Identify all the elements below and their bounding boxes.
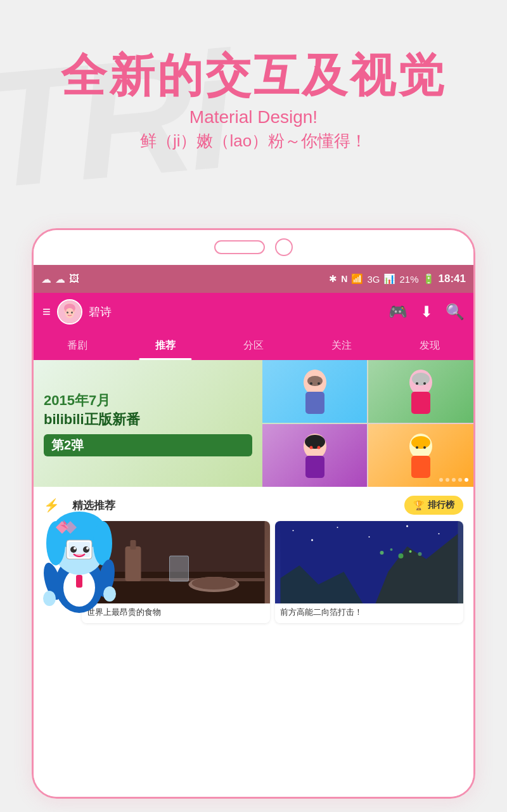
tab-fanshow[interactable]: 番剧 [34, 332, 122, 360]
signal-bars: 📊 [383, 273, 395, 285]
tab-discover[interactable]: 发现 [385, 332, 473, 360]
image-icon: 🖼 [69, 273, 79, 285]
svg-point-65 [380, 551, 384, 555]
ranking-button[interactable]: 🏆 排行榜 [404, 496, 463, 515]
banner-thumb-3 [262, 424, 368, 487]
user-name: 碧诗 [89, 304, 382, 319]
svg-point-21 [309, 446, 312, 449]
svg-point-3 [65, 308, 74, 318]
video-thumb-2 [275, 521, 463, 603]
hamburger-icon[interactable]: ≡ [42, 304, 51, 320]
banner-right [262, 360, 473, 487]
svg-point-12 [318, 382, 320, 385]
subtitle-cn: 鲜（ji）嫩（lao）粉～你懂得！ [0, 130, 507, 152]
svg-point-58 [311, 539, 313, 541]
battery-icon: 🔋 [423, 273, 435, 285]
phone-mockup: ☁ ☁ 🖼 ✱ N 📶 3G 📊 21% 🔋 18:41 ≡ [32, 228, 475, 799]
avatar[interactable] [57, 299, 82, 325]
phone-home-bar [214, 240, 265, 254]
svg-point-62 [439, 533, 440, 534]
svg-point-10 [307, 376, 323, 386]
video-title-2: 前方高能二向箔打击！ [275, 603, 463, 623]
ranking-label: 排行榜 [428, 499, 454, 511]
banner-thumb-2 [368, 360, 473, 423]
subtitle-en: Material Design! [0, 107, 507, 127]
svg-point-34 [93, 521, 112, 565]
svg-rect-19 [305, 456, 324, 478]
svg-point-4 [67, 312, 68, 314]
weather-icon-1: ☁ [41, 273, 51, 285]
tab-recommend[interactable]: 推荐 [122, 332, 210, 360]
svg-point-25 [411, 436, 430, 449]
svg-point-11 [310, 382, 312, 385]
svg-point-59 [337, 527, 338, 528]
dot-3 [452, 478, 456, 482]
ranking-icon: 🏆 [413, 500, 424, 510]
wifi-icon: 📶 [351, 273, 363, 285]
svg-point-45 [43, 591, 56, 606]
phone-top-bar [34, 230, 473, 265]
svg-point-26 [416, 446, 418, 449]
svg-point-46 [103, 586, 116, 602]
svg-point-68 [409, 550, 412, 553]
dot-1 [439, 478, 443, 482]
mascot [34, 487, 135, 622]
svg-point-69 [418, 552, 422, 556]
dot-5 [465, 478, 468, 482]
time-display: 18:41 [439, 273, 466, 285]
anime-char-3 [262, 424, 368, 487]
svg-point-40 [83, 546, 89, 553]
bluetooth-icon: ✱ [329, 273, 337, 285]
banner-thumb-1 [262, 360, 368, 423]
svg-point-20 [305, 435, 325, 449]
svg-point-60 [369, 536, 370, 538]
svg-point-39 [70, 546, 77, 553]
nav-tabs: 番剧 推荐 分区 关注 发现 [34, 331, 473, 360]
svg-point-5 [71, 312, 73, 314]
status-left: ☁ ☁ 🖼 [41, 273, 79, 285]
anime-char-2 [368, 360, 473, 423]
tab-follow[interactable]: 关注 [297, 332, 385, 360]
top-section: 全新的交互及视觉 Material Design! 鲜（ji）嫩（lao）粉～你… [0, 51, 507, 152]
anime-char-1 [262, 360, 368, 423]
video-thumb-2-content [275, 521, 463, 603]
tab-section[interactable]: 分区 [210, 332, 298, 360]
svg-point-22 [317, 446, 320, 449]
svg-rect-30 [76, 575, 82, 588]
banner-dots [439, 478, 468, 482]
banner: 2015年7月 bilibili正版新番 第2弹 [34, 360, 473, 487]
svg-rect-53 [170, 556, 189, 581]
banner-bilibili: bilibili正版新番 [44, 410, 252, 429]
phone-home-circle [275, 238, 293, 256]
svg-point-7 [72, 311, 75, 312]
weather-icon-2: ☁ [55, 273, 65, 285]
content-area: ⚡ 精选推荐 🏆 排行榜 [34, 487, 473, 799]
video-card-2[interactable]: 前方高能二向箔打击！ [275, 521, 463, 623]
main-title: 全新的交互及视觉 [0, 51, 507, 101]
phone-screen: ☁ ☁ 🖼 ✱ N 📶 3G 📊 21% 🔋 18:41 ≡ [34, 265, 473, 799]
search-icon[interactable]: 🔍 [446, 303, 465, 321]
battery-percent: 21% [399, 274, 418, 285]
signal-label: 3G [367, 274, 380, 285]
svg-rect-9 [305, 392, 324, 414]
svg-point-66 [390, 548, 393, 551]
dot-2 [446, 478, 449, 482]
network-icon: N [341, 274, 347, 284]
svg-point-6 [65, 311, 67, 312]
svg-point-41 [74, 547, 76, 550]
gamepad-icon[interactable]: 🎮 [388, 303, 408, 321]
svg-point-16 [416, 382, 418, 385]
app-bar: ≡ 碧诗 🎮 ⬇ 🔍 [34, 293, 473, 331]
app-bar-icons: 🎮 ⬇ 🔍 [388, 303, 465, 321]
svg-rect-14 [411, 392, 430, 414]
svg-point-55 [192, 577, 236, 590]
svg-point-67 [399, 553, 404, 558]
banner-badge: 第2弹 [44, 434, 252, 456]
banner-left: 2015年7月 bilibili正版新番 第2弹 [34, 360, 262, 487]
status-right: ✱ N 📶 3G 📊 21% 🔋 18:41 [329, 273, 466, 285]
section-header: ⚡ 精选推荐 🏆 排行榜 [34, 487, 473, 521]
status-bar: ☁ ☁ 🖼 ✱ N 📶 3G 📊 21% 🔋 18:41 [34, 265, 473, 293]
svg-rect-24 [411, 456, 430, 478]
download-icon[interactable]: ⬇ [420, 303, 433, 321]
dot-4 [458, 478, 462, 482]
